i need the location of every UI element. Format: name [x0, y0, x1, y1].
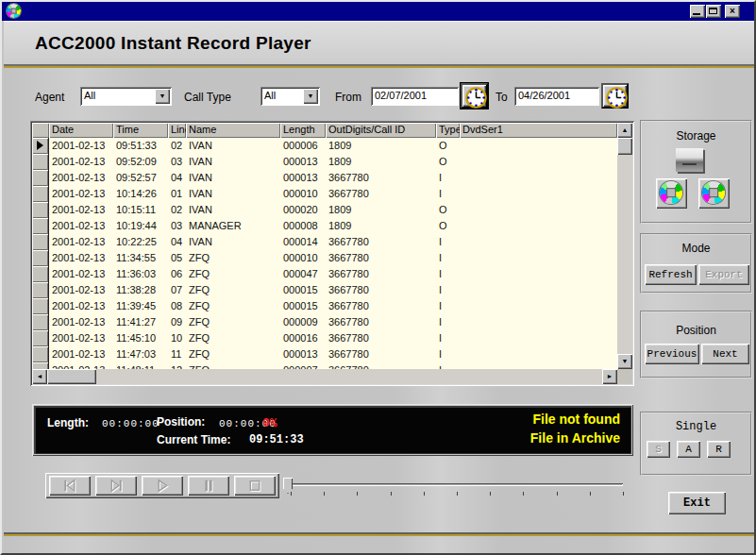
storage-panel: Storage [640, 120, 752, 224]
agent-value: All [84, 90, 95, 101]
skip-forward-button[interactable] [95, 476, 137, 496]
cell: I [436, 186, 460, 202]
row-selector[interactable] [32, 298, 49, 314]
vertical-scrollbar[interactable]: ▲ ▼ [617, 123, 632, 369]
cell: 1809 [326, 154, 436, 170]
single-r-button[interactable]: R [707, 441, 731, 458]
table-row[interactable]: 2001-02-1311:45:1010ZFQ0000163667780I [32, 330, 617, 346]
row-selector[interactable] [32, 266, 49, 282]
agent-select[interactable]: All ▼ [80, 87, 172, 106]
close-button[interactable]: × [725, 5, 740, 18]
horizontal-scrollbar[interactable]: ◄ ► [32, 369, 617, 384]
row-selector[interactable] [32, 138, 49, 154]
maximize-button[interactable] [706, 5, 721, 18]
refresh-button[interactable]: Refresh [645, 264, 697, 285]
row-selector[interactable] [32, 362, 49, 369]
row-selector[interactable] [32, 202, 49, 218]
next-button[interactable]: Next [701, 344, 749, 364]
previous-button[interactable]: Previous [645, 344, 699, 364]
cell: 000015 [280, 298, 326, 314]
column-header: OutDigits/Call ID [326, 123, 436, 138]
scroll-up-icon[interactable]: ▲ [617, 123, 632, 138]
cd-right-button[interactable] [698, 178, 730, 209]
cell: 000009 [280, 314, 326, 330]
cell: 2001-02-13 [49, 346, 113, 362]
export-button[interactable]: Export [698, 264, 749, 285]
to-calendar-button[interactable] [601, 83, 629, 109]
table-row[interactable]: 2001-02-1310:14:2601IVAN0000103667780I [32, 186, 617, 202]
single-title: Single [642, 420, 750, 433]
cell: 2001-02-13 [49, 298, 113, 314]
row-selector[interactable] [32, 250, 49, 266]
position-label: Position: [157, 415, 205, 429]
from-date-field[interactable]: 02/07/2001 [371, 87, 459, 106]
length-value: 00:00:00 [102, 418, 160, 429]
vertical-scroll-thumb[interactable] [617, 138, 632, 155]
minimize-button[interactable] [690, 5, 705, 18]
cell [460, 234, 617, 250]
table-row[interactable]: 2001-02-1311:48:1112ZFQ0000073667780I [32, 362, 617, 369]
slider-track[interactable] [289, 483, 623, 486]
row-selector[interactable] [32, 314, 49, 330]
stop-button[interactable] [234, 476, 276, 496]
single-a-button[interactable]: A [677, 441, 700, 458]
table-row[interactable]: 2001-02-1310:15:1102IVAN0000201809O [32, 202, 617, 218]
cell [460, 154, 617, 170]
row-selector[interactable] [32, 186, 49, 202]
storage-title: Storage [642, 129, 750, 143]
cell: 3667780 [326, 234, 436, 250]
position-title: Position [642, 324, 750, 337]
call-type-select[interactable]: All ▼ [260, 87, 320, 106]
table-row[interactable]: 2001-02-1311:41:2709ZFQ0000093667780I [32, 314, 617, 330]
single-s-button[interactable]: S [647, 441, 670, 458]
cell: 11:36:03 [113, 266, 168, 282]
row-selector[interactable] [32, 346, 49, 362]
cell [460, 346, 617, 362]
row-selector[interactable] [32, 282, 49, 298]
seek-slider[interactable] [281, 474, 632, 498]
exit-button[interactable]: Exit [668, 492, 726, 514]
skip-back-button[interactable] [49, 476, 91, 496]
row-selector[interactable] [32, 170, 49, 186]
column-header: Length [280, 123, 326, 138]
cd-left-button[interactable] [656, 178, 687, 209]
table-row[interactable]: 2001-02-1311:39:4508ZFQ0000153667780I [32, 298, 617, 314]
scroll-left-icon[interactable]: ◄ [32, 369, 47, 384]
cell: 02 [168, 202, 186, 218]
row-selector[interactable] [32, 330, 49, 346]
row-selector[interactable] [32, 234, 49, 250]
call-type-dropdown-icon[interactable]: ▼ [303, 89, 318, 104]
table-row[interactable]: 2001-02-1311:34:5505ZFQ0000103667780I [32, 250, 617, 266]
row-selector[interactable] [32, 154, 49, 170]
to-date-field[interactable]: 04/26/2001 [514, 87, 599, 106]
agent-dropdown-icon[interactable]: ▼ [155, 89, 170, 104]
horizontal-scroll-thumb[interactable] [47, 369, 96, 384]
cell [460, 186, 617, 202]
table-row[interactable]: 2001-02-1309:52:5704IVAN0000133667780I [32, 170, 617, 186]
play-button[interactable] [142, 476, 183, 496]
cell: 05 [168, 250, 186, 266]
cell: 10 [168, 330, 186, 346]
pause-button[interactable] [188, 476, 229, 496]
table-row[interactable]: 2001-02-1311:47:0311ZFQ0000133667780I [32, 346, 617, 362]
table-row[interactable]: 2001-02-1311:38:2807ZFQ0000153667780I [32, 282, 617, 298]
cell: 2001-02-13 [49, 170, 113, 186]
cell: 3667780 [326, 266, 436, 282]
scroll-down-icon[interactable]: ▼ [617, 354, 632, 369]
table-row[interactable]: 2001-02-1310:22:2504IVAN0000143667780I [32, 234, 617, 250]
row-selector[interactable] [32, 218, 49, 234]
cell: 11:48:11 [113, 362, 168, 369]
table-row[interactable]: 2001-02-1309:52:0903IVAN0000131809O [32, 154, 617, 170]
table-row[interactable]: 2001-02-1311:36:0306ZFQ0000473667780I [32, 266, 617, 282]
table-row[interactable]: 2001-02-1309:51:3302IVAN0000061809O [32, 138, 617, 154]
cell: 3667780 [326, 346, 436, 362]
drive-icon [676, 148, 703, 172]
from-calendar-button[interactable] [461, 83, 488, 109]
cell: 11:41:27 [113, 314, 168, 330]
table-row[interactable]: 2001-02-1310:19:4403MANAGER0000081809O [32, 218, 617, 234]
column-header: Date [49, 123, 113, 138]
records-grid: DateTimeLineNameLengthOutDigits/Call IDT… [30, 121, 634, 386]
drive-button[interactable] [675, 147, 705, 175]
scroll-right-icon[interactable]: ► [602, 369, 617, 384]
clock-icon [606, 87, 628, 109]
